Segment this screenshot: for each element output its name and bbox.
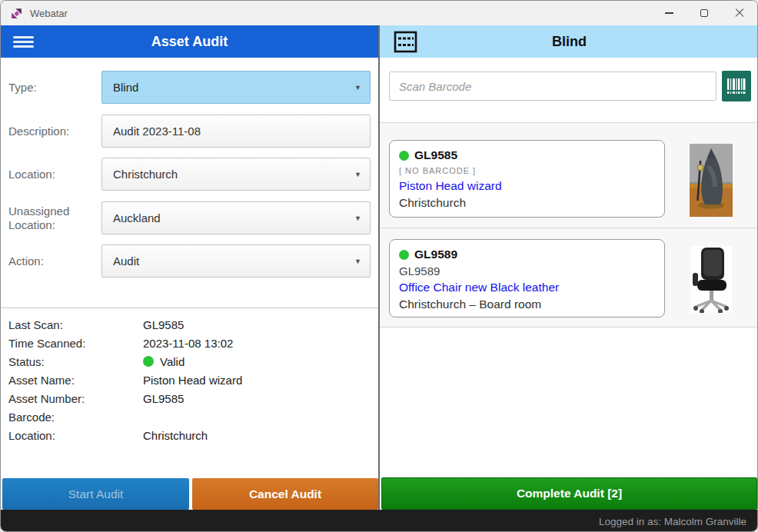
minimize-icon [665, 12, 673, 13]
asset-card-barcode: GL9589 [399, 263, 655, 279]
detail-row-last-scan: Last Scan: GL9585 [1, 315, 378, 334]
window-controls [651, 1, 757, 25]
start-audit-button[interactable]: Start Audit [2, 478, 189, 510]
asset-number-label: Asset Number: [8, 392, 143, 405]
scan-barcode-input[interactable] [389, 71, 716, 101]
description-label: Description: [8, 125, 101, 138]
scan-barcode-button[interactable] [722, 71, 751, 101]
scan-details-section: Last Scan: GL9585 Time Scanned: 2023-11-… [1, 308, 378, 444]
detail-row-location: Location: Christchurch [1, 426, 378, 444]
asset-card-location: Christchurch – Board room [399, 296, 655, 313]
status-bar: Logged in as: Malcolm Granville [1, 510, 757, 532]
asset-name-label: Asset Name: [8, 374, 143, 387]
chevron-down-icon: ▼ [354, 171, 361, 178]
left-panel-title: Asset Audit [151, 34, 228, 50]
action-label: Action: [8, 254, 101, 268]
asset-card-barcode: [ NO BARCODE ] [399, 164, 655, 178]
description-input[interactable] [113, 125, 359, 138]
form-row-location: Location: Christchurch ▼ [8, 158, 371, 191]
chevron-down-icon: ▼ [354, 258, 361, 265]
close-button[interactable] [722, 1, 757, 25]
maximize-button[interactable] [687, 1, 722, 25]
form-row-action: Action: Audit ▼ [8, 244, 371, 278]
location-label: Location: [8, 168, 101, 181]
detail-row-asset-name: Asset Name: Piston Head wizard [1, 371, 378, 389]
scan-location-value: Christchurch [143, 429, 208, 442]
chevron-down-icon: ▼ [354, 214, 361, 222]
asset-name-value: Piston Head wizard [143, 374, 242, 387]
title-bar: Webatar [1, 1, 757, 25]
detail-row-status: Status: Valid [1, 352, 378, 371]
asset-card-location: Christchurch [399, 195, 655, 211]
status-label: Status: [8, 355, 143, 368]
asset-card-name-link[interactable]: Office Chair new Black leather [399, 279, 655, 296]
location-select-value: Christchurch [113, 168, 178, 181]
unassigned-location-select[interactable]: Auckland ▼ [101, 201, 371, 234]
last-scan-value: GL9585 [143, 318, 184, 331]
logged-in-text: Logged in as: Malcolm Granville [599, 516, 746, 527]
status-dot-icon [143, 356, 154, 367]
complete-audit-button[interactable]: Complete Audit [2] [381, 477, 757, 510]
close-icon [735, 8, 744, 18]
location-select[interactable]: Christchurch ▼ [101, 158, 371, 191]
app-logo-icon [10, 7, 23, 20]
description-field-wrap [101, 115, 371, 148]
cancel-audit-button[interactable]: Cancel Audit [192, 478, 378, 510]
asset-card-number: GL9585 [414, 148, 457, 162]
unassigned-location-label: Unassigned Location: [8, 204, 101, 232]
status-text: Valid [160, 355, 185, 368]
type-select-value: Blind [113, 81, 138, 94]
type-select[interactable]: Blind ▼ [101, 71, 371, 104]
chevron-down-icon: ▼ [354, 84, 361, 91]
asset-card-gl9585[interactable]: GL9585 [ NO BARCODE ] Piston Head wizard… [389, 140, 665, 218]
detail-row-time-scanned: Time Scanned: 2023-11-08 13:02 [1, 334, 378, 352]
asset-thumbnail-office-chair [690, 246, 732, 313]
maximize-icon [700, 9, 708, 17]
app-window: Webatar Asset Audit Blind Type: Blind ▼ [0, 0, 758, 532]
form-row-type: Type: Blind ▼ [8, 71, 371, 104]
left-panel-header: Asset Audit [1, 25, 378, 58]
window-title: Webatar [30, 8, 68, 19]
status-value: Valid [143, 355, 185, 368]
action-select[interactable]: Audit ▼ [101, 244, 371, 278]
keyboard-icon [394, 31, 417, 53]
asset-card-number: GL9589 [414, 248, 457, 261]
asset-number-value: GL9585 [143, 392, 184, 405]
type-label: Type: [8, 81, 101, 95]
valid-dot-icon [399, 151, 409, 161]
barcode-label: Barcode: [8, 411, 143, 424]
action-select-value: Audit [113, 254, 139, 268]
asset-card-gl9589[interactable]: GL9589 GL9589 Office Chair new Black lea… [389, 239, 665, 318]
asset-card-name-link[interactable]: Piston Head wizard [399, 178, 655, 195]
scan-location-label: Location: [8, 429, 143, 442]
form-row-description: Description: [8, 115, 371, 148]
right-panel-header: Blind [380, 25, 758, 58]
time-scanned-label: Time Scanned: [8, 337, 143, 350]
menu-icon[interactable] [11, 32, 37, 51]
valid-dot-icon [399, 250, 409, 260]
time-scanned-value: 2023-11-08 13:02 [143, 337, 233, 350]
unassigned-location-select-value: Auckland [113, 211, 161, 224]
minimize-button[interactable] [651, 1, 687, 25]
asset-thumbnail-wizard [690, 144, 733, 217]
barcode-icon [726, 77, 747, 95]
last-scan-label: Last Scan: [8, 318, 143, 331]
detail-row-barcode: Barcode: [1, 407, 378, 426]
detail-row-asset-number: Asset Number: GL9585 [1, 389, 378, 407]
form-row-unassigned-location: Unassigned Location: Auckland ▼ [8, 201, 371, 234]
right-panel-title: Blind [552, 34, 587, 50]
